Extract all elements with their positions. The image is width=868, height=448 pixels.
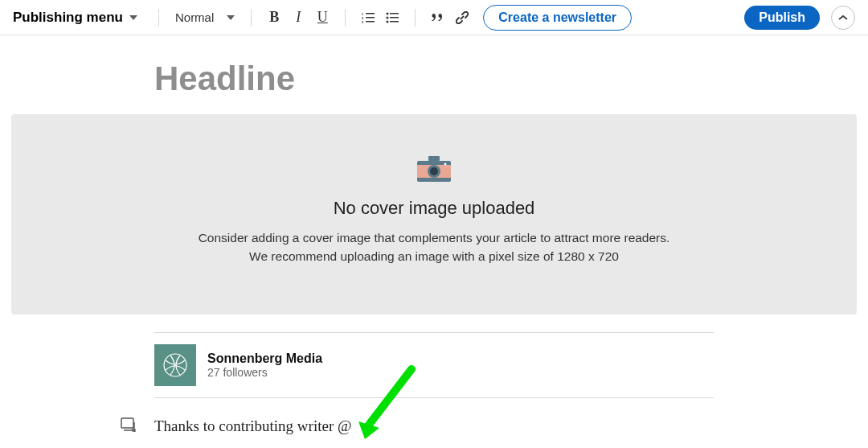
collapse-toolbar-button[interactable] — [831, 6, 855, 30]
blockquote-button[interactable] — [427, 6, 449, 29]
chevron-down-icon — [129, 15, 137, 20]
svg-point-10 — [387, 20, 389, 23]
unordered-list-button[interactable] — [381, 6, 403, 29]
create-newsletter-button[interactable]: Create a newsletter — [483, 5, 632, 31]
text-style-dropdown[interactable]: Normal — [170, 10, 240, 24]
headline-input[interactable]: Headline — [154, 60, 868, 98]
author-card[interactable]: Sonnenberg Media 27 followers — [154, 332, 714, 398]
cover-upload-title: No cover image uploaded — [27, 198, 841, 219]
svg-rect-2 — [366, 21, 375, 23]
text-style-label: Normal — [175, 10, 214, 24]
list-group: 123 — [357, 6, 403, 29]
divider — [345, 9, 346, 27]
author-info: Sonnenberg Media 27 followers — [207, 351, 322, 379]
author-name: Sonnenberg Media — [207, 351, 322, 366]
publishing-menu-dropdown[interactable]: Publishing menu — [13, 10, 147, 26]
svg-point-18 — [164, 354, 186, 376]
cover-image-upload[interactable]: No cover image uploaded Consider adding … — [11, 114, 857, 314]
svg-rect-1 — [366, 17, 375, 18]
svg-rect-7 — [390, 13, 399, 14]
unordered-list-icon — [386, 12, 399, 23]
ordered-list-icon: 123 — [362, 12, 375, 23]
link-button[interactable] — [451, 6, 473, 29]
cover-upload-subtitle-2: We recommend uploading an image with a p… — [27, 247, 841, 265]
article-body[interactable]: Thanks to contributing writer @ — [154, 417, 714, 435]
publish-button[interactable]: Publish — [744, 6, 820, 30]
divider — [251, 9, 252, 27]
editor-toolbar: Publishing menu Normal B I U 123 Create … — [0, 0, 868, 35]
divider — [415, 9, 416, 27]
svg-point-6 — [387, 12, 389, 14]
svg-rect-9 — [390, 17, 399, 18]
author-avatar — [154, 344, 196, 386]
svg-rect-11 — [390, 21, 399, 23]
camera-icon — [416, 154, 452, 187]
publishing-menu-label: Publishing menu — [13, 10, 123, 26]
svg-rect-14 — [428, 156, 440, 161]
cover-upload-subtitle-1: Consider adding a cover image that compl… — [27, 228, 841, 247]
svg-point-17 — [444, 163, 447, 166]
insert-group — [427, 6, 473, 29]
article-content: Sonnenberg Media 27 followers Thanks to … — [154, 332, 714, 435]
embed-widget-button[interactable] — [121, 417, 137, 435]
quote-icon — [432, 12, 444, 23]
link-icon — [456, 11, 469, 24]
svg-point-8 — [387, 16, 389, 18]
chevron-up-icon — [837, 14, 849, 21]
format-group: B I U — [263, 6, 334, 29]
svg-rect-0 — [366, 13, 375, 14]
svg-point-16 — [430, 167, 438, 175]
ordered-list-button[interactable]: 123 — [357, 6, 379, 29]
italic-button[interactable]: I — [287, 6, 309, 29]
divider — [158, 9, 159, 27]
svg-rect-19 — [121, 418, 133, 428]
embed-icon — [121, 417, 137, 432]
author-followers: 27 followers — [207, 366, 322, 379]
underline-button[interactable]: U — [311, 6, 334, 29]
chevron-down-icon — [227, 15, 235, 20]
bold-button[interactable]: B — [263, 6, 285, 29]
svg-text:3: 3 — [362, 19, 364, 23]
article-body-text: Thanks to contributing writer @ — [154, 417, 351, 435]
